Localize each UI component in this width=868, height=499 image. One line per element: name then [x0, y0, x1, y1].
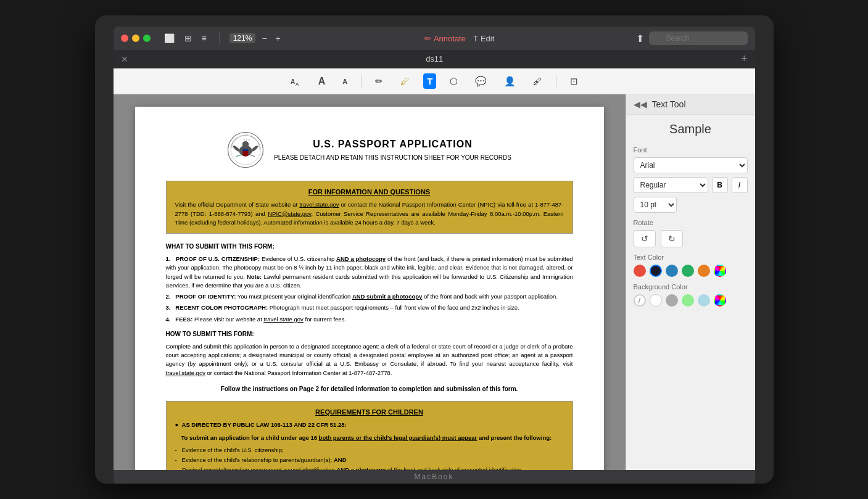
color-swatch-orange[interactable] [698, 265, 710, 277]
note-icon: 💬 [475, 76, 487, 87]
font-family-select[interactable]: Arial [634, 157, 748, 173]
main-content: ★★★ DEPARTMENT OF STATE • UNITED STATES … [114, 94, 755, 470]
color-swatch-green[interactable] [682, 265, 694, 277]
small-a-icon: A [342, 78, 347, 85]
font-style-row: Regular B I [634, 177, 748, 193]
svg-text:A: A [296, 81, 299, 87]
shape-tool[interactable]: ⬡ [446, 73, 461, 89]
bg-color-row: / [634, 294, 748, 307]
annotation-toolbar: AA A A ✏ 🖊 T ⬡ 💬 [114, 68, 755, 94]
font-style-select[interactable]: Regular [634, 177, 708, 193]
laptop-screen: ⬜ ⊞ ≡ 121% − + ✏ Annotate T Edit ⬆ [114, 27, 755, 470]
svg-point-5 [242, 141, 249, 148]
tab-title: ds11 [133, 54, 736, 64]
font-size-select[interactable]: 10 pt [634, 197, 677, 213]
small-text-tool[interactable]: A [339, 75, 351, 88]
close-button[interactable] [121, 35, 128, 42]
font-section-label: Font [634, 146, 748, 154]
minimize-button[interactable] [132, 35, 139, 42]
bold-button[interactable]: B [712, 177, 728, 193]
note-tool[interactable]: 💬 [471, 73, 490, 89]
edit-button[interactable]: T Edit [473, 34, 494, 43]
bg-swatch-spectrum[interactable] [714, 294, 726, 307]
rotate-section-label: Rotate [634, 219, 748, 226]
pencil-tool[interactable]: ✏ [371, 73, 387, 89]
title-bar-center: ✏ Annotate T Edit [288, 34, 631, 43]
info-box-title: FOR INFORMATION AND QUESTIONS [175, 188, 564, 197]
tab-bar: ✕ ds11 + [114, 50, 755, 68]
stamp-icon: 🖋 [533, 76, 542, 86]
right-panel: ◀◀ Text Tool Sample Font Arial Regular [626, 94, 755, 470]
bg-color-label: Background Color [634, 283, 748, 291]
annotate-button[interactable]: ✏ Annotate [424, 34, 466, 43]
laptop-shell: ⬜ ⊞ ≡ 121% − + ✏ Annotate T Edit ⬆ [95, 15, 774, 484]
color-swatch-spectrum-text[interactable] [714, 265, 726, 277]
submit-items: 1. PROOF OF U.S. CITIZENSHIP: Evidence o… [166, 255, 573, 324]
zoom-in-button[interactable]: + [273, 32, 283, 44]
add-tab-button[interactable]: + [741, 52, 748, 65]
resize-text-tool[interactable]: AA [286, 73, 305, 89]
color-swatch-red[interactable] [634, 265, 646, 277]
macbook-label: MacBook [414, 472, 453, 481]
search-wrapper: 🔍 [649, 31, 748, 45]
large-text-tool[interactable]: A [315, 73, 329, 89]
font-family-row: Arial [634, 157, 748, 173]
panel-body: Sample Font Arial Regular B I [626, 115, 755, 470]
follow-line: Follow the instructions on Page 2 for de… [166, 385, 573, 394]
zoom-control: 121% − + [229, 32, 283, 44]
color-swatch-blue[interactable] [666, 265, 678, 277]
italic-button[interactable]: I [732, 177, 748, 193]
svg-text:A: A [291, 78, 295, 85]
panel-expand-button[interactable]: ◀◀ [634, 99, 647, 109]
color-swatch-black[interactable] [650, 265, 662, 277]
bg-swatch-lightblue[interactable] [698, 294, 710, 307]
toolbar-divider-2 [556, 75, 556, 88]
info-box-text: Visit the official Department of State w… [175, 200, 564, 227]
zoom-icon: ⊡ [570, 76, 578, 87]
requirements-box: REQUIREMENTS FOR CHILDREN ● AS DIRECTED … [166, 401, 573, 470]
zoom-value[interactable]: 121% [229, 33, 256, 43]
rotate-right-button[interactable]: ↻ [661, 230, 683, 247]
how-section-title: HOW TO SUBMIT THIS FORM: [166, 330, 573, 339]
document-area[interactable]: ★★★ DEPARTMENT OF STATE • UNITED STATES … [114, 94, 626, 470]
bg-swatch-white[interactable] [650, 294, 662, 307]
text-tool[interactable]: T [423, 73, 436, 89]
pencil-icon: ✏ [424, 34, 431, 43]
rotate-row: ↺ ↻ [634, 230, 748, 247]
maximize-button[interactable] [143, 35, 151, 42]
cursor-icon: T [473, 34, 478, 43]
bg-swatch-none[interactable]: / [634, 294, 646, 307]
pencil-tool-icon: ✏ [375, 76, 383, 87]
submit-section-title: WHAT TO SUBMIT WITH THIS FORM: [166, 242, 573, 251]
shape-icon: ⬡ [450, 76, 458, 87]
panel-title: Text Tool [652, 99, 686, 109]
requirements-box-title: REQUIREMENTS FOR CHILDREN [175, 408, 564, 417]
doc-header: ★★★ DEPARTMENT OF STATE • UNITED STATES … [166, 131, 573, 168]
bg-swatch-gray[interactable] [666, 294, 678, 307]
highlighter-tool[interactable]: 🖊 [397, 73, 413, 89]
sidebar-toggle-button[interactable]: ⬜ [162, 32, 177, 44]
tab-close-button[interactable]: ✕ [121, 54, 128, 64]
search-input[interactable] [649, 31, 748, 45]
font-size-row: 10 pt [634, 197, 748, 213]
signature-tool[interactable]: 👤 [500, 73, 519, 89]
grid-view-button[interactable]: ⊞ [182, 32, 194, 44]
stamp-tool[interactable]: 🖋 [529, 73, 546, 89]
rotate-left-button[interactable]: ↺ [634, 230, 656, 247]
zoom-out-button[interactable]: − [259, 32, 269, 44]
title-bar: ⬜ ⊞ ≡ 121% − + ✏ Annotate T Edit ⬆ [114, 27, 755, 50]
list-view-button[interactable]: ≡ [199, 32, 209, 44]
sample-text: Sample [634, 122, 748, 136]
text-color-label: Text Color [634, 254, 748, 261]
large-a-icon: A [318, 76, 326, 87]
toolbar-divider-1 [361, 75, 362, 88]
doc-title-block: U.S. PASSPORT APPLICATION PLEASE DETACH … [274, 138, 511, 162]
text-tool-icon: T [427, 76, 432, 86]
zoom-tool[interactable]: ⊡ [566, 73, 582, 89]
text-color-row [634, 265, 748, 277]
document-page: ★★★ DEPARTMENT OF STATE • UNITED STATES … [135, 107, 604, 470]
panel-header: ◀◀ Text Tool [626, 94, 755, 115]
bg-swatch-lightgreen[interactable] [682, 294, 694, 307]
share-button[interactable]: ⬆ [636, 33, 644, 44]
highlighter-icon: 🖊 [400, 76, 410, 86]
